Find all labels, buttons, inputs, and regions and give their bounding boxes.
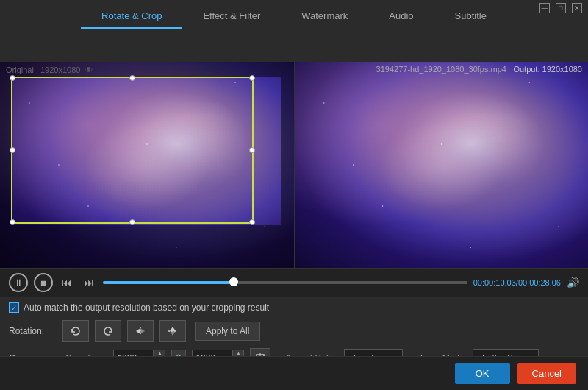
output-label: Output: 1920x1080 [513, 65, 582, 74]
output-text: Output: [513, 65, 539, 74]
flip-vertical-button[interactable] [159, 320, 186, 342]
video-panel-right: 3194277-hd_1920_1080_30fps.mp4 Output: 1… [295, 62, 589, 268]
next-frame-button[interactable]: ⏭ [81, 274, 97, 291]
time-display: 00:00:10.03/00:00:28.06 [473, 278, 561, 287]
rotate-right-icon [102, 325, 114, 337]
rotation-row: Rotation: [9, 320, 579, 342]
tab-watermark[interactable]: Watermark [281, 4, 368, 29]
crop-box[interactable] [11, 77, 254, 224]
rotate-left-button[interactable] [62, 320, 89, 342]
crop-overlay-bottom [0, 225, 294, 268]
crop-handle-bc[interactable] [129, 219, 135, 225]
flip-h-icon [135, 325, 146, 337]
crop-handle-tr[interactable] [249, 75, 255, 81]
flip-v-icon [167, 325, 179, 337]
crop-overlay-right [281, 77, 294, 225]
main-content: Original:1920x1080 👁 [0, 62, 588, 390]
flip-horizontal-button[interactable] [127, 320, 154, 342]
playback-bar: ⏸ ⏹ ⏮ ⏭ 00:00:10.03/00:00:28.06 🔊 [0, 268, 588, 297]
ok-button[interactable]: OK [455, 363, 510, 384]
crop-handle-ml[interactable] [10, 147, 15, 153]
auto-match-label: Auto match the output resolution based o… [24, 302, 269, 313]
video-filename: 3194277-hd_1920_1080_30fps.mp4 [376, 65, 506, 74]
minimize-button[interactable]: — [539, 3, 550, 13]
auto-match-row: Auto match the output resolution based o… [9, 302, 579, 313]
time-current: 00:00:10.03 [473, 278, 516, 287]
cancel-button[interactable]: Cancel [517, 363, 576, 384]
tab-effect-filter[interactable]: Effect & Filter [182, 4, 281, 29]
bottom-bar: OK Cancel [0, 356, 588, 390]
video-area: Original:1920x1080 👁 [0, 62, 588, 268]
tab-bar: Rotate & Crop Effect & Filter Watermark … [0, 0, 588, 29]
crop-handle-bl[interactable] [10, 219, 15, 225]
tab-subtitle[interactable]: Subtitle [434, 4, 507, 29]
crop-handle-tc[interactable] [129, 75, 135, 81]
right-galaxy-bg [295, 62, 589, 268]
crop-handle-mr[interactable] [249, 147, 255, 153]
tab-rotate-crop[interactable]: Rotate & Crop [81, 4, 182, 29]
video-panel-left: Original:1920x1080 👁 [0, 62, 295, 268]
auto-match-checkbox[interactable] [9, 302, 19, 313]
tab-audio[interactable]: Audio [368, 4, 434, 29]
rotation-label: Rotation: [9, 326, 57, 336]
crop-overlay-top [0, 62, 294, 77]
stop-button[interactable]: ⏹ [34, 273, 53, 292]
left-galaxy-bg [0, 62, 294, 268]
output-res: 1920x1080 [542, 65, 582, 74]
title-bar: — □ ✕ [534, 0, 588, 16]
time-total: 00:00:28.06 [518, 278, 561, 287]
rotate-right-button[interactable] [95, 320, 121, 342]
prev-frame-button[interactable]: ⏮ [59, 274, 75, 291]
apply-to-all-button[interactable]: Apply to All [195, 322, 260, 341]
progress-fill [103, 281, 234, 284]
play-pause-button[interactable]: ⏸ [9, 273, 28, 292]
crop-handle-tl[interactable] [10, 75, 15, 81]
crop-handle-br[interactable] [249, 219, 255, 225]
maximize-button[interactable]: □ [556, 3, 566, 13]
progress-bar[interactable] [103, 281, 467, 284]
close-button[interactable]: ✕ [572, 3, 582, 13]
progress-knob[interactable] [229, 277, 238, 286]
volume-icon[interactable]: 🔊 [567, 277, 579, 288]
rotate-left-icon [70, 325, 82, 337]
